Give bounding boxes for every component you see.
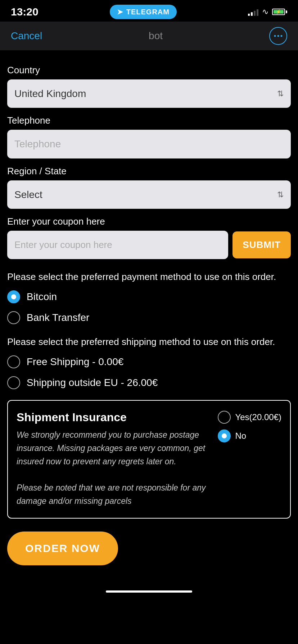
- insurance-no-label: No: [235, 431, 246, 441]
- status-time: 13:20: [11, 6, 39, 18]
- shipping-eu-radio[interactable]: [7, 376, 20, 389]
- coupon-submit-button[interactable]: SUBMIT: [232, 231, 291, 258]
- svg-point-0: [274, 35, 276, 37]
- bitcoin-radio[interactable]: [7, 290, 20, 303]
- top-nav: Cancel bot: [0, 22, 298, 50]
- more-icon: [274, 35, 283, 37]
- svg-point-1: [277, 35, 279, 37]
- coupon-row: SUBMIT: [7, 231, 291, 259]
- battery-icon: ⚡: [272, 9, 287, 15]
- nav-title: bot: [149, 30, 163, 42]
- free-shipping-label: Free Shipping - 0.00€: [27, 356, 123, 368]
- shipping-eu-option[interactable]: Shipping outside EU - 26.00€: [7, 376, 291, 389]
- country-select[interactable]: United Kingdom United States Germany Fra…: [7, 79, 291, 108]
- bank-transfer-radio[interactable]: [7, 311, 20, 324]
- bitcoin-label: Bitcoin: [27, 291, 57, 303]
- insurance-options: Yes(20.00€) No: [218, 411, 281, 442]
- home-indicator: [106, 590, 192, 593]
- insurance-yes-radio[interactable]: [218, 411, 231, 424]
- bank-transfer-label: Bank Transfer: [27, 312, 89, 323]
- insurance-title: Shipment Insurance: [17, 411, 211, 424]
- telephone-label: Telephone: [7, 115, 291, 126]
- svg-point-2: [280, 35, 282, 37]
- payment-bank-transfer-option[interactable]: Bank Transfer: [7, 311, 291, 324]
- wifi-icon: ∿: [262, 7, 268, 17]
- telegram-notification: ➤ TELEGRAM: [110, 5, 177, 19]
- telegram-label: TELEGRAM: [126, 8, 170, 16]
- payment-section-text: Please select the preferred payment meth…: [7, 270, 291, 284]
- region-select-wrapper: Select ⇅: [7, 180, 291, 209]
- telegram-pill: ➤ TELEGRAM: [110, 5, 177, 19]
- status-bar: 13:20 ➤ TELEGRAM ∿ ⚡: [0, 0, 298, 22]
- insurance-no-radio[interactable]: [218, 429, 231, 442]
- more-options-button[interactable]: [269, 27, 287, 45]
- form-content: Country United Kingdom United States Ger…: [0, 50, 298, 580]
- insurance-body: We strongly recommend you to purchase po…: [17, 428, 211, 508]
- country-select-wrapper: United Kingdom United States Germany Fra…: [7, 79, 291, 108]
- telephone-input[interactable]: [7, 130, 291, 158]
- signal-icon: [248, 8, 258, 16]
- cancel-button[interactable]: Cancel: [11, 30, 42, 42]
- insurance-yes-label: Yes(20.00€): [235, 412, 281, 422]
- status-icons: ∿ ⚡: [248, 7, 287, 17]
- telegram-icon: ➤: [117, 8, 123, 16]
- country-label: Country: [7, 65, 291, 76]
- insurance-text-column: Shipment Insurance We strongly recommend…: [17, 411, 211, 508]
- insurance-no-option[interactable]: No: [218, 429, 246, 442]
- coupon-label: Enter your coupon here: [7, 216, 291, 227]
- region-select[interactable]: Select: [7, 180, 291, 209]
- payment-bitcoin-option[interactable]: Bitcoin: [7, 290, 291, 303]
- shipping-free-option[interactable]: Free Shipping - 0.00€: [7, 355, 291, 368]
- shipping-section-text: Please select the preferred shipping met…: [7, 335, 291, 349]
- region-label: Region / State: [7, 166, 291, 177]
- coupon-input[interactable]: [7, 231, 228, 259]
- shipping-eu-label: Shipping outside EU - 26.00€: [27, 377, 158, 388]
- order-now-button[interactable]: ORDER NOW: [7, 532, 118, 565]
- insurance-box: Shipment Insurance We strongly recommend…: [7, 400, 291, 519]
- insurance-yes-option[interactable]: Yes(20.00€): [218, 411, 281, 424]
- free-shipping-radio[interactable]: [7, 355, 20, 368]
